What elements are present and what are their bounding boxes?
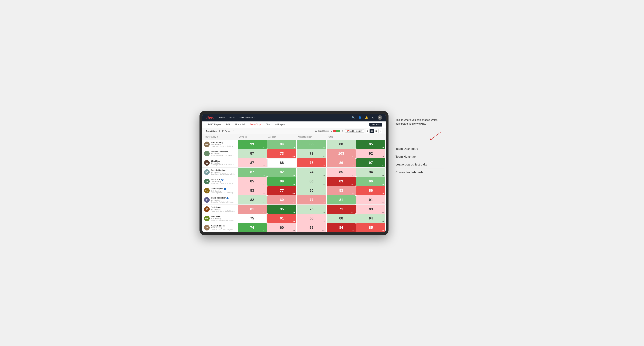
tab-all-players[interactable]: All Players xyxy=(273,122,287,127)
score-value: 93 xyxy=(250,142,254,146)
player-club: St. George's Hill GC - Weybridge - Surre… xyxy=(211,192,236,194)
tab-hcaps[interactable]: Hcaps 1-5 xyxy=(233,122,247,127)
table-row[interactable]: CQCharlie Quick✓6-10 HandicapSt. George'… xyxy=(202,186,386,195)
score-quality: 823▲ xyxy=(238,195,267,204)
score-change: -3▼ xyxy=(322,165,325,167)
score-value: 73 xyxy=(280,152,284,156)
menu-item-leaderboards[interactable]: Leaderboards & streaks xyxy=(396,161,444,169)
score-change: 9▲ xyxy=(323,156,325,158)
score-value: 77 xyxy=(310,198,314,202)
score-change: -8▼ xyxy=(382,193,384,194)
score-change: 5▲ xyxy=(382,165,384,167)
player-name: Charlie Quick✓ xyxy=(211,187,236,190)
player-handicap: 6-10 Handicap xyxy=(211,190,236,192)
tab-pga[interactable]: PGA xyxy=(224,122,232,127)
tab-tour[interactable]: Tour xyxy=(264,122,272,127)
sort-btn[interactable]: ↕ xyxy=(378,129,382,133)
avatar: EE xyxy=(204,160,210,166)
score-value: 80 xyxy=(310,179,314,183)
score-value: 95 xyxy=(280,207,284,211)
score-value: 82 xyxy=(280,170,284,174)
bell-icon[interactable]: 🔔 xyxy=(364,116,368,120)
score-value: 60 xyxy=(280,198,284,202)
score-approach: 803▲ xyxy=(297,177,326,186)
calendar-icon: 📅 xyxy=(347,130,349,132)
annotation-panel: This is where you can choose which dashb… xyxy=(396,111,444,176)
score-change: 2▲ xyxy=(293,202,295,204)
score-value: 83 xyxy=(339,188,343,192)
score-value: 88 xyxy=(339,216,343,220)
bar-green xyxy=(336,130,340,132)
edit-icon[interactable]: ✏ xyxy=(233,130,234,132)
score-value: 87 xyxy=(250,170,254,174)
list-view-btn[interactable]: ▤ xyxy=(370,129,374,133)
score-putting: 975▲ xyxy=(356,158,385,168)
score-quality: 871▲ xyxy=(238,149,267,158)
avatar: EC xyxy=(204,151,210,156)
player-rows: BMBlair McHargPlus HandicapRoyal North D… xyxy=(202,140,386,232)
score-value: 103 xyxy=(338,152,344,156)
player-cell: DBDave Billingham1-5 HandicapGog Magog G… xyxy=(202,168,237,176)
menu-item-team-heatmap[interactable]: Team Heatmap xyxy=(396,153,444,161)
search-icon[interactable]: 🔍 xyxy=(351,116,355,120)
score-change: -3▼ xyxy=(263,165,266,167)
score-value: 75 xyxy=(310,207,314,211)
table-row[interactable]: JCJosh Coles1-5 HandicapRoyal North Devo… xyxy=(202,205,386,214)
score-change: -3▼ xyxy=(352,174,354,176)
annotation-description: This is where you can choose which dashb… xyxy=(396,118,444,126)
score-change: -1▼ xyxy=(292,230,295,231)
score-quality: 748▲ xyxy=(238,223,267,232)
player-handicap: 1-5 Handicap xyxy=(211,208,236,210)
score-change: -3▼ xyxy=(382,202,384,204)
table-row[interactable]: ECEdward Crossman1-5 HandicapSunningdale… xyxy=(202,149,386,158)
player-name: Chris Robertson✓ xyxy=(211,197,236,199)
add-team-button[interactable]: Add Team xyxy=(370,123,382,127)
score-change: -21▼ xyxy=(351,230,354,231)
menu-item-course-leaderboards[interactable]: Course leaderboards xyxy=(396,169,444,176)
col-around-green: Around the Green — xyxy=(296,135,326,139)
score-value: 80 xyxy=(310,188,314,192)
score-off_tee: 61-3▼ xyxy=(268,214,296,223)
score-value: 89 xyxy=(280,179,284,183)
score-quality: 93+4▲ xyxy=(238,140,267,149)
table-row[interactable]: MMMatt Miller6-10 HandicapWoburn Golf Cl… xyxy=(202,214,386,223)
score-change: 10▲ xyxy=(322,230,325,231)
nav-teams[interactable]: Teams xyxy=(228,116,235,120)
grid-view-btn[interactable]: ⊞ xyxy=(366,129,370,133)
col-player: Player Quality ▼ xyxy=(202,135,237,139)
card-view-btn[interactable]: ⊟ xyxy=(374,129,378,133)
score-change: -4▼ xyxy=(382,230,384,231)
avatar[interactable]: U xyxy=(378,115,382,120)
player-club: Sunningdale Golf Club, United Kingdom xyxy=(211,164,236,166)
table-row[interactable]: DFDavid Ford✓Plus HandicapRoyal North De… xyxy=(202,177,386,186)
score-value: 77 xyxy=(280,188,284,192)
player-cell: MMMatt Miller6-10 HandicapWoburn Golf Cl… xyxy=(202,214,237,222)
tab-team-clippd[interactable]: Team Clippd xyxy=(248,122,264,127)
last-rounds-button[interactable]: 📅 Last Rounds: 20 xyxy=(345,129,364,133)
score-change: 1▲ xyxy=(264,156,266,158)
menu-item-team-dashboard[interactable]: Team Dashboard xyxy=(396,145,444,153)
player-info: Edward Crossman1-5 HandicapSunningdale G… xyxy=(211,151,236,156)
table-row[interactable]: DBDave Billingham1-5 HandicapGog Magog G… xyxy=(202,168,386,177)
score-change: -3▼ xyxy=(382,156,384,158)
tab-pgat-players[interactable]: PGAT Players xyxy=(206,122,223,127)
player-handicap: 1-5 Handicap xyxy=(211,172,236,173)
settings-icon[interactable]: ⚙ xyxy=(371,116,375,120)
table-row[interactable]: CRChris Robertson✓1-5 HandicapCraigmilla… xyxy=(202,195,386,205)
player-cell: JCJosh Coles1-5 HandicapRoyal North Devo… xyxy=(202,205,237,213)
table-row[interactable]: EEElliot Ebert1-5 HandicapSunningdale Go… xyxy=(202,158,386,168)
score-change: 1▲ xyxy=(323,193,325,194)
player-club: Craigmillar Park, United Kingdom xyxy=(211,201,236,203)
score-approach: 75-3▼ xyxy=(297,158,326,168)
score-value: 97 xyxy=(369,161,373,165)
user-icon[interactable]: 👤 xyxy=(358,116,362,120)
table-row[interactable]: BMBlair McHargPlus HandicapRoyal North D… xyxy=(202,140,386,149)
player-handicap: 6-10 Handicap xyxy=(211,218,236,219)
nav-my-performance[interactable]: My Performance xyxy=(238,116,255,120)
score-putting: 92-3▼ xyxy=(356,149,385,158)
table-row[interactable]: ANAaron Nicholls11-15 HandicapDrift Golf… xyxy=(202,223,386,232)
score-putting: 91-3▼ xyxy=(356,195,385,204)
score-off_tee: 602▲ xyxy=(268,195,296,204)
verified-badge: ✓ xyxy=(224,188,226,190)
nav-home[interactable]: Home xyxy=(219,116,225,120)
